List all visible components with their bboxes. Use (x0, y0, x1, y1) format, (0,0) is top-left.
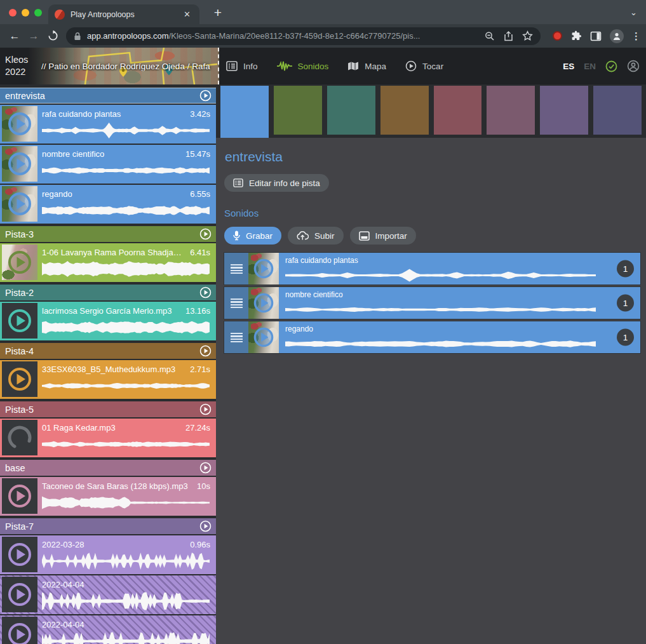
tab-tocar[interactable]: Tocar (405, 60, 443, 72)
loading-spinner-icon[interactable] (7, 425, 32, 450)
lang-es-button[interactable]: ES (563, 62, 574, 71)
tab-search-chevron-icon[interactable]: ⌄ (630, 8, 637, 17)
play-button-icon[interactable] (7, 250, 32, 275)
extensions-puzzle-icon[interactable] (570, 30, 582, 42)
track-header[interactable]: Pista-5 (0, 401, 216, 417)
sound-thumbnail[interactable] (2, 537, 37, 572)
url-text[interactable]: app.antropoloops.com/Kleos-Santa-Marina/… (87, 31, 476, 41)
tab-info[interactable]: Info (226, 61, 258, 71)
sound-row[interactable]: nombre cientifico15.47s (0, 145, 216, 184)
sound-row[interactable]: 01 Raga Kedar.mp327.24s (0, 419, 216, 457)
panel-sound-row[interactable]: rafa cuidando plantas1 (224, 253, 640, 285)
sound-row[interactable]: 2022-03-280.96s (0, 535, 216, 574)
tab-sonidos[interactable]: Sonidos (277, 61, 329, 71)
track-color-swatch-5[interactable] (434, 86, 482, 135)
back-button[interactable]: ← (5, 27, 24, 46)
track-color-swatch-3[interactable] (327, 86, 375, 135)
track-play-icon[interactable] (199, 403, 212, 415)
play-button-icon[interactable] (7, 308, 32, 333)
edit-track-info-button[interactable]: Editar info de pista (224, 174, 329, 192)
sound-thumbnail[interactable] (248, 287, 279, 319)
forward-button[interactable]: → (24, 27, 43, 46)
track-play-icon[interactable] (199, 286, 212, 299)
zoom-out-indicator-icon[interactable] (485, 31, 495, 41)
sound-row[interactable]: 2022-04-04 (0, 575, 216, 614)
track-header[interactable]: Pista-7 (0, 518, 216, 534)
play-button-icon[interactable] (7, 622, 32, 644)
record-button[interactable]: Grabar (224, 227, 281, 245)
tab-mapa[interactable]: Mapa (347, 61, 386, 71)
tab-close-icon[interactable]: ✕ (181, 8, 193, 20)
share-icon[interactable] (504, 31, 513, 41)
loop-count-badge[interactable]: 1 (617, 329, 634, 346)
address-bar[interactable]: app.antropoloops.com/Kleos-Santa-Marina/… (66, 27, 541, 45)
sound-row[interactable]: regando6.55s (0, 185, 216, 224)
browser-menu-icon[interactable]: ⋮ (631, 30, 641, 42)
loop-count-badge[interactable]: 1 (617, 295, 634, 312)
track-color-swatch-8[interactable] (593, 86, 642, 135)
drag-handle[interactable] (224, 253, 248, 285)
upload-button[interactable]: Subir (288, 227, 344, 245)
drag-handle[interactable] (224, 321, 248, 353)
sound-thumbnail[interactable] (248, 321, 279, 353)
track-play-icon[interactable] (199, 462, 212, 474)
sound-thumbnail[interactable] (2, 617, 37, 644)
window-minimize-button[interactable] (22, 9, 29, 17)
reload-button[interactable] (43, 27, 62, 46)
track-color-swatch-1[interactable] (220, 86, 269, 139)
window-zoom-button[interactable] (34, 9, 42, 17)
track-color-swatch-6[interactable] (487, 86, 535, 135)
sound-row[interactable]: 2022-04-04 (0, 615, 216, 644)
sound-thumbnail[interactable] (2, 245, 37, 280)
sound-thumbnail[interactable] (2, 146, 37, 182)
drag-handle[interactable] (224, 287, 248, 319)
play-button-icon[interactable] (7, 483, 32, 509)
sound-row[interactable]: 1-06 Lavanya Rama Poorna Shadjam Rupak..… (0, 243, 216, 282)
track-play-icon[interactable] (199, 520, 212, 532)
sound-row[interactable]: Taconeo de Sara Baras (128 kbps).mp310s (0, 477, 216, 516)
track-color-swatch-2[interactable] (274, 86, 322, 135)
track-color-swatch-7[interactable] (540, 86, 588, 135)
side-panel-icon[interactable] (590, 31, 602, 41)
track-play-icon[interactable] (199, 228, 212, 240)
sound-thumbnail[interactable] (2, 577, 37, 612)
sound-thumbnail[interactable] (2, 303, 37, 339)
sound-row[interactable]: rafa cuidando plantas3.42s (0, 105, 216, 144)
track-play-icon[interactable] (199, 345, 212, 357)
sound-row[interactable]: lacrimosa Sergio García Merlo.mp313.16s (0, 302, 216, 340)
play-button-icon[interactable] (7, 542, 32, 567)
sound-thumbnail[interactable] (2, 420, 37, 455)
panel-sound-row[interactable]: regando1 (224, 321, 640, 353)
record-extension-icon[interactable] (553, 31, 562, 41)
new-tab-button[interactable]: + (208, 4, 227, 23)
track-play-icon[interactable] (199, 90, 212, 102)
import-button[interactable]: Importar (350, 227, 416, 245)
play-button-icon[interactable] (7, 151, 32, 177)
play-button-icon[interactable] (7, 582, 32, 607)
sound-row[interactable]: 33ESX6038_B5_Muthedukkum.mp32.71s (0, 360, 216, 399)
track-header[interactable]: entrevista (0, 88, 216, 104)
track-header[interactable]: Pista-3 (0, 226, 216, 242)
panel-sound-row[interactable]: nombre cientifico1 (224, 287, 640, 319)
check-circle-icon[interactable] (605, 60, 617, 72)
track-color-swatch-4[interactable] (380, 86, 429, 135)
account-icon[interactable] (627, 60, 640, 72)
bookmark-star-icon[interactable] (522, 30, 533, 41)
play-button-icon[interactable] (7, 366, 32, 392)
play-button-icon[interactable] (253, 258, 274, 279)
sound-thumbnail[interactable] (248, 253, 279, 285)
play-button-icon[interactable] (7, 191, 32, 217)
browser-tab[interactable]: Play Antropoloops ✕ (48, 4, 199, 24)
sound-thumbnail[interactable] (2, 106, 37, 142)
play-button-icon[interactable] (253, 292, 274, 314)
sound-thumbnail[interactable] (2, 478, 37, 514)
play-button-icon[interactable] (7, 111, 32, 137)
loop-count-badge[interactable]: 1 (617, 260, 634, 278)
play-button-icon[interactable] (253, 326, 274, 348)
lang-en-button[interactable]: EN (584, 62, 596, 71)
profile-avatar[interactable] (610, 29, 624, 43)
sound-thumbnail[interactable] (2, 186, 37, 222)
track-header[interactable]: base (0, 460, 216, 476)
track-header[interactable]: Pista-2 (0, 285, 216, 300)
sound-thumbnail[interactable] (2, 361, 37, 397)
